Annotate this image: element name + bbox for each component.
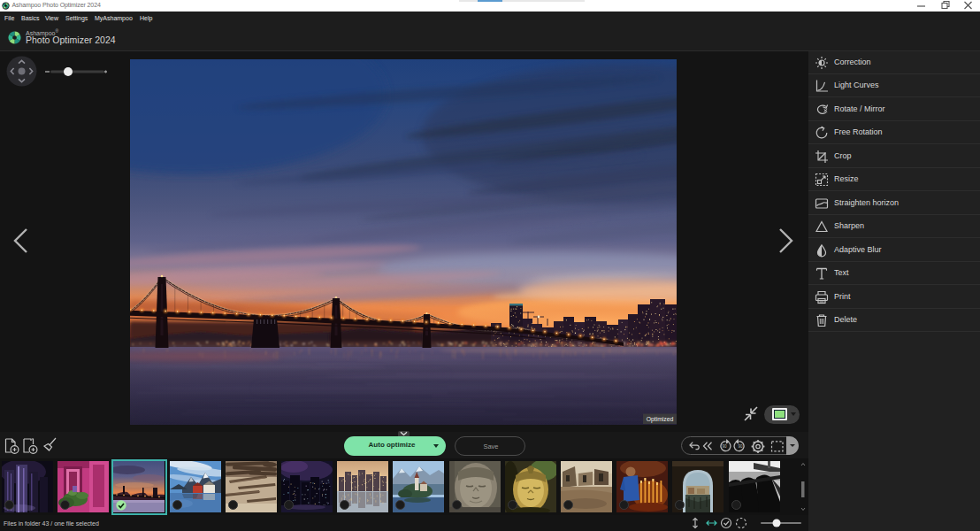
svg-text:90: 90 — [722, 444, 727, 449]
svg-text:Optimized: Optimized — [647, 416, 674, 423]
svg-text:90: 90 — [738, 444, 743, 449]
